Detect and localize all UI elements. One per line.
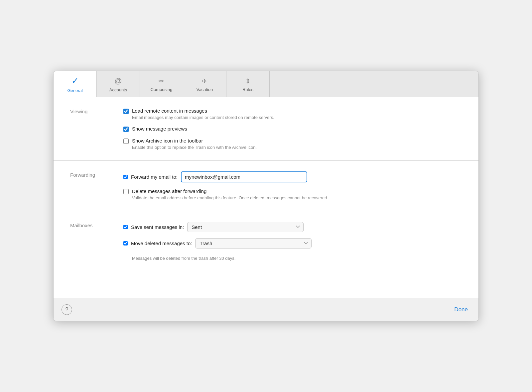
mailboxes-options: Save sent messages in: Sent Drafts Archi…	[123, 222, 462, 261]
show-archive-sub: Enable this option to replace the Trash …	[132, 145, 257, 150]
show-archive-label[interactable]: Show Archive icon in the toolbar	[132, 138, 257, 144]
delete-forwarding-row: Delete messages after forwarding Validat…	[123, 188, 462, 200]
forwarding-section: Forwarding Forward my email to: Delete m…	[54, 161, 478, 211]
general-icon: ✓	[71, 76, 79, 86]
tab-composing-label: Composing	[151, 87, 173, 92]
load-remote-checkbox[interactable]	[123, 109, 129, 114]
show-previews-checkbox[interactable]	[123, 127, 129, 132]
move-deleted-checkbox[interactable]	[123, 241, 128, 245]
trash-note: Messages will be deleted from the trash …	[132, 256, 462, 261]
delete-forwarding-label[interactable]: Delete messages after forwarding	[132, 188, 328, 194]
forward-email-row: Forward my email to:	[123, 171, 462, 182]
forward-email-input[interactable]	[181, 171, 307, 182]
composing-icon: ✏	[159, 77, 164, 85]
rules-icon: ⇕	[245, 77, 251, 85]
show-archive-checkbox[interactable]	[123, 139, 129, 144]
tab-bar: ✓ General @ Accounts ✏ Composing ✈ Vacat…	[54, 71, 478, 97]
forwarding-label: Forwarding	[70, 171, 123, 200]
viewing-label: Viewing	[70, 108, 123, 150]
delete-forwarding-sub: Validate the email address before enabli…	[132, 195, 328, 200]
forward-email-label[interactable]: Forward my email to:	[131, 174, 178, 180]
tab-rules[interactable]: ⇕ Rules	[226, 71, 270, 97]
save-sent-checkbox[interactable]	[123, 225, 128, 229]
move-deleted-select[interactable]: Trash Archive None	[195, 238, 312, 248]
viewing-section: Viewing Load remote content in messages …	[54, 97, 478, 161]
tab-vacation-label: Vacation	[197, 87, 213, 92]
load-remote-row: Load remote content in messages Email me…	[123, 108, 462, 120]
tab-composing[interactable]: ✏ Composing	[140, 71, 183, 97]
load-remote-sub: Email messages may contain images or con…	[132, 115, 274, 120]
tab-general[interactable]: ✓ General	[54, 71, 97, 97]
settings-window: ✓ General @ Accounts ✏ Composing ✈ Vacat…	[53, 71, 479, 321]
vacation-icon: ✈	[202, 77, 207, 85]
forwarding-options: Forward my email to: Delete messages aft…	[123, 171, 462, 200]
move-deleted-row: Move deleted messages to: Trash Archive …	[123, 238, 462, 248]
accounts-icon: @	[114, 77, 122, 85]
forward-email-checkbox[interactable]	[123, 175, 128, 179]
footer: ? Done	[54, 298, 478, 321]
tab-general-label: General	[67, 88, 82, 93]
done-button[interactable]: Done	[452, 305, 470, 314]
show-archive-row: Show Archive icon in the toolbar Enable …	[123, 138, 462, 150]
tab-rules-label: Rules	[242, 87, 253, 92]
delete-forwarding-checkbox[interactable]	[123, 189, 129, 194]
save-sent-select[interactable]: Sent Drafts Archive	[187, 222, 304, 232]
tab-accounts[interactable]: @ Accounts	[97, 71, 140, 97]
viewing-options: Load remote content in messages Email me…	[123, 108, 462, 150]
save-sent-row: Save sent messages in: Sent Drafts Archi…	[123, 222, 462, 232]
show-previews-label[interactable]: Show message previews	[132, 126, 187, 132]
tab-accounts-label: Accounts	[109, 87, 127, 92]
show-previews-row: Show message previews	[123, 126, 462, 132]
help-button[interactable]: ?	[62, 304, 72, 315]
save-sent-label[interactable]: Save sent messages in:	[131, 224, 184, 230]
move-deleted-label[interactable]: Move deleted messages to:	[131, 241, 192, 246]
mailboxes-label: Mailboxes	[70, 222, 123, 261]
tab-vacation[interactable]: ✈ Vacation	[183, 71, 226, 97]
mailboxes-section: Mailboxes Save sent messages in: Sent Dr…	[54, 211, 478, 271]
load-remote-label[interactable]: Load remote content in messages	[132, 108, 274, 114]
settings-content: Viewing Load remote content in messages …	[54, 97, 478, 298]
